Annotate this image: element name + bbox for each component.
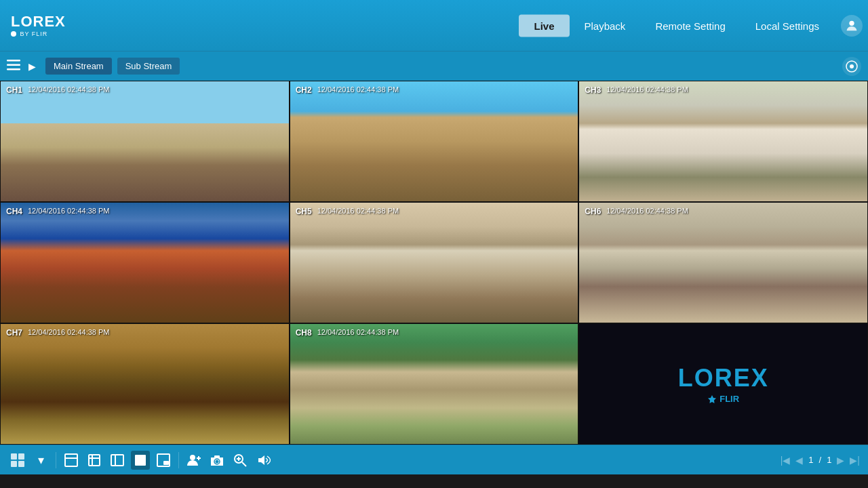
svg-rect-10: [18, 461, 24, 467]
svg-rect-11: [65, 454, 77, 466]
svg-rect-16: [111, 455, 123, 466]
logo-area: LOREX BY FLIR: [11, 14, 66, 37]
camera-cell-ch3[interactable]: CH3 12/04/2016 02:44:38 PM: [578, 81, 868, 202]
camera-label-ch2: CH2: [296, 85, 312, 95]
lorex-wm-flir: FLIR: [707, 394, 739, 404]
camera-time-ch8: 12/04/2016 02:44:38 PM: [317, 328, 399, 336]
page-info: |◀ ◀ 1 / 1 ▶ ▶|: [781, 455, 860, 466]
camera-label-ch3: CH3: [585, 85, 601, 95]
svg-point-0: [849, 20, 854, 25]
page-total: 1: [827, 455, 831, 465]
camera-cell-empty: LOREX FLIR: [578, 323, 868, 445]
stop-icon[interactable]: [131, 451, 150, 470]
camera-cell-ch1[interactable]: CH1 12/04/2016 02:44:38 PM: [0, 81, 290, 202]
svg-rect-18: [135, 455, 146, 466]
snapshot-icon[interactable]: [208, 451, 226, 470]
camera-cell-ch5[interactable]: CH5 12/04/2016 02:44:38 PM: [290, 202, 579, 323]
camera-label-ch4: CH4: [6, 207, 22, 216]
tab-playback[interactable]: Playback: [570, 14, 641, 37]
svg-rect-9: [11, 461, 17, 467]
svg-marker-31: [258, 455, 264, 465]
tab-local-settings[interactable]: Local Settings: [741, 14, 834, 37]
camera-label-ch1: CH1: [6, 85, 22, 95]
camera-time-ch1: 12/04/2016 02:44:38 PM: [28, 85, 109, 94]
camera-label-ch5: CH5: [296, 207, 312, 216]
svg-rect-1: [7, 60, 20, 62]
camera-time-ch3: 12/04/2016 02:44:38 PM: [606, 85, 688, 94]
camera-time-ch4: 12/04/2016 02:44:38 PM: [28, 207, 109, 215]
crop-icon[interactable]: [85, 451, 104, 470]
camera-time-ch6: 12/04/2016 02:44:38 PM: [606, 207, 688, 215]
main-stream-button[interactable]: Main Stream: [45, 58, 112, 75]
logo-byflir: BY FLIR: [11, 30, 47, 37]
camera-label-ch6: CH6: [585, 207, 601, 216]
nav-tabs: Live Playback Remote Setting Local Setti…: [519, 14, 834, 37]
camera-time-ch2: 12/04/2016 02:44:38 PM: [317, 85, 399, 94]
user-icon[interactable]: [841, 15, 863, 37]
header: LOREX BY FLIR Live Playback Remote Setti…: [0, 0, 868, 51]
camera-cell-ch6[interactable]: CH6 12/04/2016 02:44:38 PM: [578, 202, 868, 323]
camera-time-ch5: 12/04/2016 02:44:38 PM: [317, 207, 399, 215]
camera-cell-ch8[interactable]: CH8 12/04/2016 02:44:38 PM: [290, 323, 579, 445]
svg-line-28: [242, 462, 246, 466]
svg-point-21: [190, 455, 195, 460]
bottom-bar: ▾: [0, 445, 868, 474]
svg-rect-13: [89, 455, 100, 466]
lorex-wm-text: LOREX: [678, 364, 769, 392]
svg-rect-8: [18, 453, 24, 460]
sub-stream-button[interactable]: Sub Stream: [117, 58, 180, 75]
settings-circle-btn[interactable]: [842, 57, 861, 76]
pip-icon[interactable]: [154, 451, 173, 470]
svg-point-5: [850, 64, 854, 68]
svg-rect-3: [7, 68, 20, 70]
lorex-watermark: LOREX FLIR: [678, 364, 769, 404]
svg-point-25: [216, 460, 219, 463]
zoom-icon[interactable]: [231, 451, 250, 470]
separator-1: [56, 452, 56, 468]
camera-time-ch7: 12/04/2016 02:44:38 PM: [28, 328, 109, 336]
page-sep: /: [819, 455, 822, 465]
svg-rect-2: [7, 64, 20, 66]
page-current: 1: [808, 455, 813, 465]
play-icon[interactable]: ▶: [28, 61, 36, 72]
add-user-icon[interactable]: [184, 451, 203, 470]
menu-icon[interactable]: [7, 60, 20, 73]
expand-icon[interactable]: [62, 451, 81, 470]
page-last-btn[interactable]: ▶|: [850, 455, 860, 466]
camera-cell-ch2[interactable]: CH2 12/04/2016 02:44:38 PM: [290, 81, 579, 202]
svg-rect-20: [163, 461, 169, 465]
sidebar-icon[interactable]: [108, 451, 127, 470]
grid-toggle-icon[interactable]: ▾: [31, 451, 50, 470]
page-first-btn[interactable]: |◀: [781, 455, 791, 466]
svg-marker-6: [708, 395, 716, 403]
grid-view-icon[interactable]: [8, 451, 27, 470]
page-next-btn[interactable]: ▶: [837, 455, 844, 466]
camera-cell-ch7[interactable]: CH7 12/04/2016 02:44:38 PM: [0, 323, 290, 445]
camera-label-ch7: CH7: [6, 328, 22, 338]
logo-lorex: LOREX: [11, 14, 66, 29]
svg-rect-26: [214, 455, 220, 458]
svg-rect-7: [11, 453, 17, 460]
tab-live[interactable]: Live: [519, 14, 569, 37]
separator-2: [178, 452, 179, 468]
camera-grid: CH1 12/04/2016 02:44:38 PM CH2 12/04/201…: [0, 81, 868, 445]
toolbar: ▶ Main Stream Sub Stream: [0, 51, 868, 81]
camera-label-ch8: CH8: [296, 328, 312, 338]
page-prev-btn[interactable]: ◀: [795, 455, 803, 466]
audio-icon[interactable]: [254, 451, 273, 470]
tab-remote-setting[interactable]: Remote Setting: [640, 14, 740, 37]
camera-cell-ch4[interactable]: CH4 12/04/2016 02:44:38 PM: [0, 202, 290, 323]
